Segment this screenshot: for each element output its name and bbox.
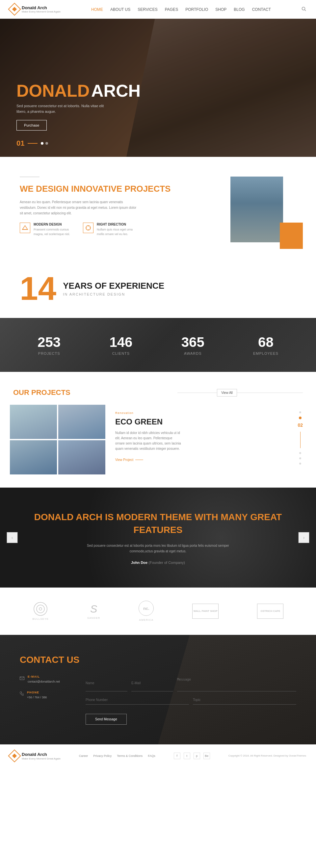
- hero-line: [28, 143, 37, 144]
- experience-text: YEARS OF EXPERIENCE IN ARCHITECTURE DESI…: [63, 281, 164, 296]
- search-icon[interactable]: [301, 7, 306, 12]
- svg-point-11: [39, 608, 42, 610]
- feature-right-direction: RIGHT DIRECTION Nullam quis risus eget u…: [83, 223, 136, 237]
- testimonial-desc: Sed posuere consectetur est at lobortis …: [86, 543, 230, 554]
- projects-grid: [10, 405, 105, 474]
- proj-nav-dot-5[interactable]: [299, 463, 301, 465]
- about-orange-decoration: [280, 223, 303, 249]
- footer-logo: Donald Arch Make Every Moment Great Agai…: [10, 751, 61, 761]
- project-name: ECO GREEN: [115, 417, 296, 427]
- footer-social: f t p Be: [174, 753, 210, 759]
- testimonial-prev-button[interactable]: ‹: [7, 532, 18, 543]
- social-facebook-icon[interactable]: f: [174, 753, 180, 759]
- stat-awards: 365 AWARDS: [181, 334, 204, 355]
- testimonial-next-button[interactable]: ›: [298, 532, 309, 543]
- stat-clients: 146 CLIENTS: [109, 334, 132, 355]
- stat-projects-label: PROJECTS: [37, 351, 61, 355]
- hero-dots: [41, 142, 48, 145]
- nav-portfolio[interactable]: PORTFOLIO: [185, 7, 208, 12]
- contact-phone-item: PHONE +56 / 764 / 386: [20, 691, 73, 700]
- hero-indicator: 01: [17, 139, 48, 148]
- stat-projects-num: 253: [37, 334, 61, 350]
- stats-section: 253 PROJECTS 146 CLIENTS 365 AWARDS 68 E…: [0, 318, 316, 372]
- svg-point-0: [302, 7, 305, 10]
- contact-info: E-MAIL contact@donaldarch.net PHONE +56 …: [20, 675, 73, 725]
- form-message-input[interactable]: [177, 675, 296, 691]
- send-message-button[interactable]: Send Message: [86, 714, 127, 725]
- nav-contact[interactable]: CONTACT: [252, 7, 271, 12]
- project-nav: 02: [297, 411, 303, 465]
- email-label: E-MAIL: [28, 675, 60, 678]
- contact-layout: E-MAIL contact@donaldarch.net PHONE +56 …: [20, 675, 296, 725]
- nav-about[interactable]: ABOUT US: [110, 7, 131, 12]
- social-behance-icon[interactable]: Be: [203, 753, 210, 759]
- projects-grid-row2: [10, 440, 105, 474]
- client-wall-paint-name: WALL PAINT SHOP: [194, 610, 218, 613]
- proj-nav-dot-2[interactable]: [299, 416, 301, 419]
- footer-copyright: Copyright © 2016. All Right Reserved. De…: [228, 754, 306, 758]
- divider-line: [20, 177, 39, 177]
- hero-purchase-button[interactable]: Purchase: [17, 120, 47, 130]
- footer-logo-diamond-icon: [8, 750, 21, 763]
- stat-clients-label: CLIENTS: [109, 351, 132, 355]
- contact-section: CONTACT US E-MAIL contact@donaldarch.net: [0, 635, 316, 744]
- testimonial-content: DONALD ARCH IS MODERN THEME WITH MANY GR…: [26, 510, 290, 564]
- stat-employees-num: 68: [253, 334, 279, 350]
- contact-email-item: E-MAIL contact@donaldarch.net: [20, 675, 73, 684]
- stat-awards-num: 365: [181, 334, 204, 350]
- hero-dot-1[interactable]: [41, 142, 44, 145]
- right-direction-icon: [83, 223, 93, 233]
- footer-nav-terms[interactable]: Terms & Conditions: [117, 754, 143, 757]
- hero-title-white: ARCH: [91, 81, 141, 100]
- view-all-button[interactable]: View All: [217, 389, 237, 397]
- stat-employees: 68 EMPLOYEES: [253, 334, 279, 355]
- proj-nav-dot-3[interactable]: [299, 452, 301, 454]
- hero-slide-num: 01: [17, 139, 24, 148]
- social-twitter-icon[interactable]: t: [184, 753, 190, 759]
- nav-pages[interactable]: PAGES: [165, 7, 178, 12]
- contact-title: CONTACT US: [20, 655, 296, 665]
- proj-nav-line: [300, 432, 300, 448]
- hero-title-orange: DONALD: [17, 81, 89, 100]
- proj-nav-dot-1[interactable]: [299, 411, 301, 413]
- footer-nav-privacy[interactable]: Privacy Policy: [93, 754, 112, 757]
- client-ostrich-name: OSTRICH CAFE: [260, 610, 280, 613]
- footer-nav-career[interactable]: Career: [79, 754, 88, 757]
- client-bullseye: BULLSEYE: [33, 602, 49, 620]
- project-thumb-1[interactable]: [10, 405, 57, 439]
- project-thumb-3[interactable]: [10, 440, 57, 474]
- project-detail: 02 Renovation ECO GREEN Nullam id dolor …: [105, 405, 306, 474]
- email-icon: [20, 676, 24, 681]
- nav-shop[interactable]: SHOP: [215, 7, 227, 12]
- projects-section: OUR PROJECTS View All 02: [0, 372, 316, 488]
- view-project-link[interactable]: View Project: [115, 458, 296, 462]
- footer-logo-sub: Make Every Moment Great Again: [22, 757, 61, 760]
- hero-section: DONALD ARCH Sed posuere consectetur est …: [0, 19, 316, 157]
- hero-dot-2[interactable]: [46, 142, 48, 145]
- experience-number: 14: [20, 272, 56, 305]
- project-desc: Nullam id dolor id nibh ultricies vehicu…: [115, 430, 181, 452]
- proj-nav-dot-4[interactable]: [299, 457, 301, 459]
- social-pinterest-icon[interactable]: p: [194, 753, 200, 759]
- form-email-input[interactable]: [131, 675, 173, 691]
- form-phone-input[interactable]: [86, 695, 189, 705]
- hero-subtitle: Sed posuere consectetur est at lobortis.…: [17, 103, 109, 115]
- projects-header-line-left: [177, 393, 217, 393]
- experience-section: 14 YEARS OF EXPERIENCE IN ARCHITECTURE D…: [0, 259, 316, 318]
- form-topic-input[interactable]: [193, 695, 296, 705]
- testimonial-author: John Doe (Founder of Company): [26, 561, 290, 564]
- about-image-area: [230, 177, 296, 242]
- logo-sub: Make Every Moment Great Again: [22, 10, 61, 13]
- nav-home[interactable]: HOME: [91, 7, 103, 12]
- project-thumb-4[interactable]: [58, 440, 105, 474]
- project-thumb-2[interactable]: [58, 405, 105, 439]
- form-row-2: [86, 695, 296, 705]
- svg-point-9: [34, 602, 47, 616]
- form-name-input[interactable]: [86, 675, 127, 691]
- nav-services[interactable]: SERVICES: [138, 7, 157, 12]
- about-features: MODERN DESIGN Praesent commodo cursus ma…: [20, 223, 217, 237]
- footer: Donald Arch Make Every Moment Great Agai…: [0, 744, 316, 767]
- footer-nav-faqs[interactable]: FAQs: [148, 754, 155, 757]
- testimonial-title: DONALD ARCH IS MODERN THEME WITH MANY GR…: [26, 510, 290, 536]
- nav-blog[interactable]: BLOG: [234, 7, 245, 12]
